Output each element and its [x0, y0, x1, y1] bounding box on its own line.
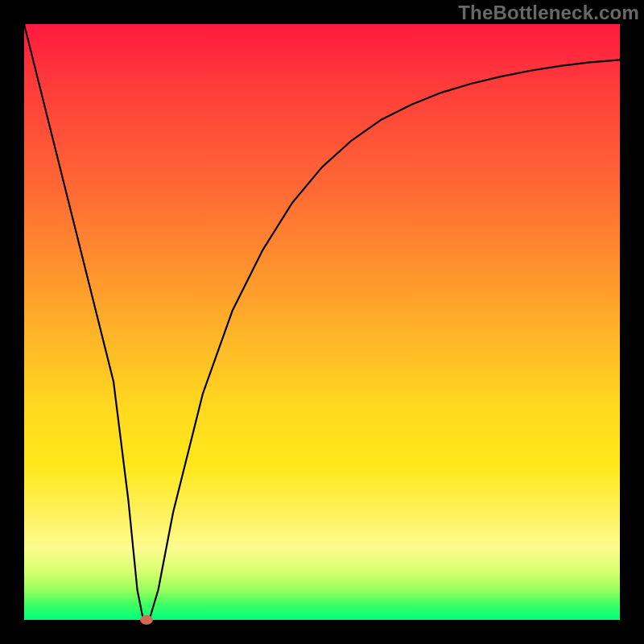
watermark-text: TheBottleneck.com [458, 2, 639, 24]
bottleneck-curve [24, 24, 620, 620]
minimum-point-marker [140, 615, 153, 625]
chart-frame: TheBottleneck.com [0, 0, 644, 644]
